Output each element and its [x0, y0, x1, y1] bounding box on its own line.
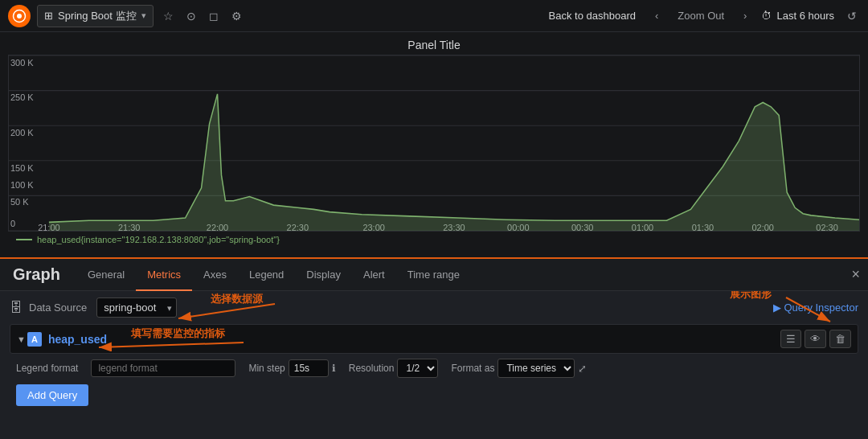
- tab-legend[interactable]: Legend: [238, 260, 295, 291]
- legend-color-line: [16, 239, 32, 240]
- database-icon: 🗄: [10, 301, 23, 315]
- chevron-down-icon: ▾: [141, 10, 146, 21]
- share-icon[interactable]: ⊙: [183, 6, 199, 26]
- svg-text:250 K: 250 K: [10, 92, 34, 102]
- graph-label: Graph: [0, 259, 76, 290]
- format-group: Format as Time series Table ⤢: [451, 359, 587, 378]
- minstep-input[interactable]: [289, 359, 329, 377]
- chart-legend: heap_used{instance="192.168.2.138:8080",…: [8, 232, 860, 248]
- minstep-info-icon: ℹ: [332, 363, 336, 374]
- prev-zoom-btn[interactable]: ‹: [650, 6, 663, 25]
- legend-text: heap_used{instance="192.168.2.138:8080",…: [37, 235, 280, 244]
- close-panel-editor-btn[interactable]: ×: [851, 266, 860, 283]
- tab-time-range[interactable]: Time range: [396, 260, 471, 291]
- query-metric-input[interactable]: [48, 333, 774, 346]
- chart-area: Panel Title 300 K 250 K 200 K 150 K 100 …: [0, 32, 868, 257]
- svg-text:300 K: 300 K: [10, 57, 34, 67]
- external-link-icon[interactable]: ⤢: [578, 363, 587, 375]
- minstep-label: Min step: [248, 363, 285, 374]
- svg-marker-27: [49, 94, 859, 231]
- resolution-select[interactable]: 1/2 1/3 1/4: [397, 359, 438, 378]
- query-delete-btn[interactable]: 🗑: [829, 330, 851, 348]
- svg-text:选择数据源: 选择数据源: [211, 293, 264, 305]
- svg-text:150 K: 150 K: [10, 162, 34, 172]
- query-inspector-btn[interactable]: ▶ Query Inspector: [773, 302, 859, 314]
- grafana-logo[interactable]: [8, 5, 31, 27]
- query-eye-btn[interactable]: 👁: [805, 330, 826, 348]
- tab-display[interactable]: Display: [295, 260, 352, 291]
- triangle-right-icon: ▶: [773, 302, 781, 314]
- top-navbar: ⊞ Spring Boot 监控 ▾ ☆ ⊙ ◻ ⚙ Back to dashb…: [0, 0, 868, 32]
- datasource-select-wrap: spring-boot: [96, 297, 177, 318]
- svg-point-1: [17, 14, 22, 18]
- legend-format-row: Legend format Min step ℹ Resolution 1/2 …: [10, 354, 858, 378]
- svg-text:200 K: 200 K: [10, 128, 34, 137]
- panel-editor: Graph General Metrics Axes Legend Displa…: [0, 257, 868, 439]
- refresh-icon[interactable]: ↺: [844, 6, 860, 26]
- add-query-btn[interactable]: Add Query: [16, 384, 88, 406]
- tab-axes[interactable]: Axes: [192, 260, 238, 291]
- query-row: ▼ A 填写需要监控的指标 ☰ 👁 🗑: [10, 324, 858, 354]
- resolution-label: Resolution: [349, 363, 395, 374]
- query-toggle[interactable]: ▼ A: [17, 332, 42, 347]
- zoom-out-btn[interactable]: Zoom Out: [673, 6, 729, 25]
- add-query-row: Add Query: [10, 378, 858, 406]
- star-icon[interactable]: ☆: [160, 6, 177, 26]
- query-list-btn[interactable]: ☰: [780, 330, 801, 348]
- legend-format-label: Legend format: [16, 363, 78, 374]
- chart-container: 300 K 250 K 200 K 150 K 100 K 50 K 0 21:…: [8, 55, 860, 232]
- tab-general[interactable]: General: [76, 260, 136, 291]
- resolution-group: Resolution 1/2 1/3 1/4: [349, 359, 439, 378]
- datasource-label: Data Source: [29, 302, 87, 314]
- format-as-select[interactable]: Time series Table: [497, 359, 575, 378]
- svg-line-29: [178, 304, 275, 318]
- svg-text:100 K: 100 K: [10, 180, 34, 190]
- chart-svg: 300 K 250 K 200 K 150 K 100 K 50 K 0 21:…: [9, 55, 859, 231]
- back-to-dashboard-btn[interactable]: Back to dashboard: [544, 6, 641, 25]
- settings-icon[interactable]: ⚙: [228, 6, 245, 26]
- svg-text:0: 0: [10, 218, 15, 228]
- legend-format-input[interactable]: [91, 359, 235, 377]
- datasource-select[interactable]: spring-boot: [96, 297, 177, 318]
- dashboard-name: Spring Boot 监控: [58, 9, 137, 23]
- datasource-row: 🗄 Data Source spring-boot 选择数据源 ▶ Q: [10, 297, 858, 318]
- panel-editor-header: Graph General Metrics Axes Legend Displa…: [0, 259, 868, 291]
- nav-right-actions: Back to dashboard ‹ Zoom Out › ⏱ Last 6 …: [544, 6, 860, 26]
- svg-text:50 K: 50 K: [10, 197, 29, 207]
- svg-text:展示图形: 展示图形: [729, 291, 772, 300]
- minstep-group: Min step ℹ: [248, 359, 335, 377]
- tab-alert[interactable]: Alert: [352, 260, 396, 291]
- query-letter-badge: A: [27, 332, 42, 347]
- time-range-btn[interactable]: ⏱ Last 6 hours: [761, 10, 834, 22]
- save-icon[interactable]: ◻: [206, 6, 222, 26]
- panel-title: Panel Title: [8, 39, 860, 51]
- metrics-content: 🗄 Data Source spring-boot 选择数据源 ▶ Q: [0, 291, 868, 439]
- tab-metrics[interactable]: Metrics: [136, 260, 192, 291]
- next-zoom-btn[interactable]: ›: [739, 6, 751, 25]
- dashboard-title-btn[interactable]: ⊞ Spring Boot 监控 ▾: [37, 5, 154, 27]
- format-as-label: Format as: [451, 363, 494, 374]
- query-actions: ☰ 👁 🗑: [780, 330, 851, 348]
